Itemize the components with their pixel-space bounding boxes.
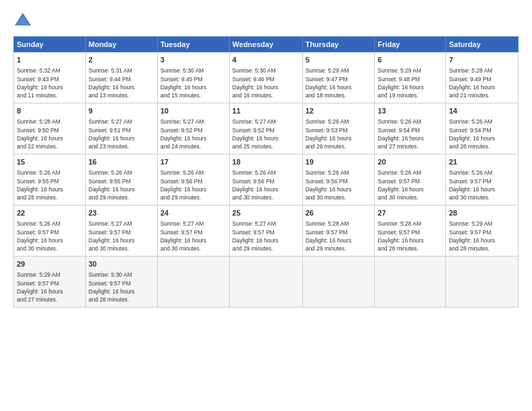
day-cell: 26Sunrise: 5:28 AM Sunset: 9:57 PM Dayli… [302, 205, 375, 257]
day-cell: 5Sunrise: 5:29 AM Sunset: 9:47 PM Daylig… [302, 52, 375, 103]
calendar-header: SundayMondayTuesdayWednesdayThursdayFrid… [14, 37, 519, 52]
col-header-saturday: Saturday [446, 37, 519, 52]
day-info: Sunrise: 5:28 AM Sunset: 9:49 PM Dayligh… [449, 66, 515, 99]
day-number: 16 [89, 157, 154, 167]
day-number: 12 [306, 106, 372, 116]
day-info: Sunrise: 5:27 AM Sunset: 9:57 PM Dayligh… [161, 220, 226, 253]
day-info: Sunrise: 5:29 AM Sunset: 9:57 PM Dayligh… [449, 220, 515, 253]
day-info: Sunrise: 5:26 AM Sunset: 9:57 PM Dayligh… [17, 220, 83, 253]
day-cell [446, 257, 519, 308]
day-cell: 6Sunrise: 5:29 AM Sunset: 9:48 PM Daylig… [375, 52, 446, 103]
col-header-sunday: Sunday [14, 37, 86, 52]
day-cell [302, 257, 375, 308]
day-number: 14 [449, 106, 515, 116]
day-cell: 10Sunrise: 5:27 AM Sunset: 9:52 PM Dayli… [157, 103, 229, 154]
day-cell: 13Sunrise: 5:26 AM Sunset: 9:54 PM Dayli… [375, 103, 446, 154]
week-row-1: 1Sunrise: 5:32 AM Sunset: 9:43 PM Daylig… [14, 52, 519, 103]
day-number: 22 [17, 208, 83, 218]
day-number: 17 [161, 157, 226, 167]
logo [13, 11, 35, 30]
day-cell: 21Sunrise: 5:26 AM Sunset: 9:57 PM Dayli… [446, 154, 519, 205]
day-info: Sunrise: 5:26 AM Sunset: 9:56 PM Dayligh… [306, 169, 372, 201]
day-number: 21 [449, 157, 515, 167]
day-number: 28 [449, 208, 515, 218]
logo-icon [13, 11, 32, 30]
day-cell: 17Sunrise: 5:26 AM Sunset: 9:56 PM Dayli… [157, 154, 229, 205]
day-number: 15 [17, 157, 83, 167]
day-cell: 15Sunrise: 5:26 AM Sunset: 9:55 PM Dayli… [14, 154, 86, 205]
day-cell: 29Sunrise: 5:29 AM Sunset: 9:57 PM Dayli… [14, 257, 86, 308]
col-header-tuesday: Tuesday [157, 37, 229, 52]
day-number: 13 [378, 106, 443, 116]
day-cell: 7Sunrise: 5:28 AM Sunset: 9:49 PM Daylig… [446, 52, 519, 103]
calendar-table: SundayMondayTuesdayWednesdayThursdayFrid… [13, 36, 519, 308]
day-info: Sunrise: 5:26 AM Sunset: 9:57 PM Dayligh… [378, 169, 443, 201]
col-header-thursday: Thursday [302, 37, 375, 52]
day-number: 6 [378, 55, 443, 65]
week-row-3: 15Sunrise: 5:26 AM Sunset: 9:55 PM Dayli… [14, 154, 519, 205]
day-info: Sunrise: 5:29 AM Sunset: 9:48 PM Dayligh… [378, 66, 443, 99]
day-info: Sunrise: 5:26 AM Sunset: 9:57 PM Dayligh… [449, 169, 515, 201]
calendar-body: 1Sunrise: 5:32 AM Sunset: 9:43 PM Daylig… [14, 52, 519, 308]
col-header-friday: Friday [375, 37, 446, 52]
day-info: Sunrise: 5:27 AM Sunset: 9:51 PM Dayligh… [89, 118, 154, 150]
day-cell: 1Sunrise: 5:32 AM Sunset: 9:43 PM Daylig… [14, 52, 86, 103]
day-info: Sunrise: 5:27 AM Sunset: 9:52 PM Dayligh… [161, 118, 226, 150]
day-number: 4 [232, 55, 300, 65]
header [13, 11, 519, 30]
day-cell [375, 257, 446, 308]
day-cell: 11Sunrise: 5:27 AM Sunset: 9:52 PM Dayli… [229, 103, 302, 154]
day-number: 26 [306, 208, 372, 218]
day-info: Sunrise: 5:26 AM Sunset: 9:54 PM Dayligh… [378, 118, 443, 150]
day-number: 20 [378, 157, 443, 167]
day-number: 23 [89, 208, 154, 218]
day-info: Sunrise: 5:27 AM Sunset: 9:52 PM Dayligh… [232, 118, 300, 150]
day-number: 30 [89, 259, 154, 269]
day-cell: 30Sunrise: 5:30 AM Sunset: 9:57 PM Dayli… [85, 257, 157, 308]
col-header-wednesday: Wednesday [229, 37, 302, 52]
day-cell [229, 257, 302, 308]
day-cell [157, 257, 229, 308]
day-number: 5 [306, 55, 372, 65]
day-number: 10 [161, 106, 226, 116]
day-info: Sunrise: 5:27 AM Sunset: 9:57 PM Dayligh… [232, 220, 300, 253]
day-info: Sunrise: 5:32 AM Sunset: 9:43 PM Dayligh… [17, 66, 83, 99]
day-info: Sunrise: 5:28 AM Sunset: 9:57 PM Dayligh… [378, 220, 443, 253]
day-info: Sunrise: 5:26 AM Sunset: 9:56 PM Dayligh… [232, 169, 300, 201]
day-info: Sunrise: 5:26 AM Sunset: 9:55 PM Dayligh… [17, 169, 83, 201]
day-cell: 18Sunrise: 5:26 AM Sunset: 9:56 PM Dayli… [229, 154, 302, 205]
day-cell: 2Sunrise: 5:31 AM Sunset: 9:44 PM Daylig… [85, 52, 157, 103]
day-info: Sunrise: 5:28 AM Sunset: 9:50 PM Dayligh… [17, 118, 83, 150]
day-cell: 3Sunrise: 5:30 AM Sunset: 9:45 PM Daylig… [157, 52, 229, 103]
day-info: Sunrise: 5:26 AM Sunset: 9:53 PM Dayligh… [306, 118, 372, 150]
day-cell: 20Sunrise: 5:26 AM Sunset: 9:57 PM Dayli… [375, 154, 446, 205]
day-info: Sunrise: 5:30 AM Sunset: 9:46 PM Dayligh… [232, 66, 300, 99]
week-row-5: 29Sunrise: 5:29 AM Sunset: 9:57 PM Dayli… [14, 257, 519, 308]
day-number: 1 [17, 55, 83, 65]
day-number: 11 [232, 106, 300, 116]
day-info: Sunrise: 5:29 AM Sunset: 9:57 PM Dayligh… [17, 271, 83, 304]
day-number: 25 [232, 208, 300, 218]
day-cell: 28Sunrise: 5:29 AM Sunset: 9:57 PM Dayli… [446, 205, 519, 257]
day-number: 3 [161, 55, 226, 65]
day-number: 9 [89, 106, 154, 116]
day-cell: 8Sunrise: 5:28 AM Sunset: 9:50 PM Daylig… [14, 103, 86, 154]
day-info: Sunrise: 5:28 AM Sunset: 9:57 PM Dayligh… [306, 220, 372, 253]
day-cell: 19Sunrise: 5:26 AM Sunset: 9:56 PM Dayli… [302, 154, 375, 205]
col-header-monday: Monday [85, 37, 157, 52]
page: SundayMondayTuesdayWednesdayThursdayFrid… [0, 0, 532, 411]
day-info: Sunrise: 5:30 AM Sunset: 9:45 PM Dayligh… [161, 66, 226, 99]
day-cell: 12Sunrise: 5:26 AM Sunset: 9:53 PM Dayli… [302, 103, 375, 154]
day-cell: 22Sunrise: 5:26 AM Sunset: 9:57 PM Dayli… [14, 205, 86, 257]
day-number: 19 [306, 157, 372, 167]
day-number: 2 [89, 55, 154, 65]
day-cell: 24Sunrise: 5:27 AM Sunset: 9:57 PM Dayli… [157, 205, 229, 257]
header-row: SundayMondayTuesdayWednesdayThursdayFrid… [14, 37, 519, 52]
week-row-2: 8Sunrise: 5:28 AM Sunset: 9:50 PM Daylig… [14, 103, 519, 154]
day-info: Sunrise: 5:26 AM Sunset: 9:54 PM Dayligh… [449, 118, 515, 150]
day-number: 18 [232, 157, 300, 167]
day-info: Sunrise: 5:27 AM Sunset: 9:57 PM Dayligh… [89, 220, 154, 253]
day-number: 7 [449, 55, 515, 65]
day-cell: 25Sunrise: 5:27 AM Sunset: 9:57 PM Dayli… [229, 205, 302, 257]
day-cell: 9Sunrise: 5:27 AM Sunset: 9:51 PM Daylig… [85, 103, 157, 154]
